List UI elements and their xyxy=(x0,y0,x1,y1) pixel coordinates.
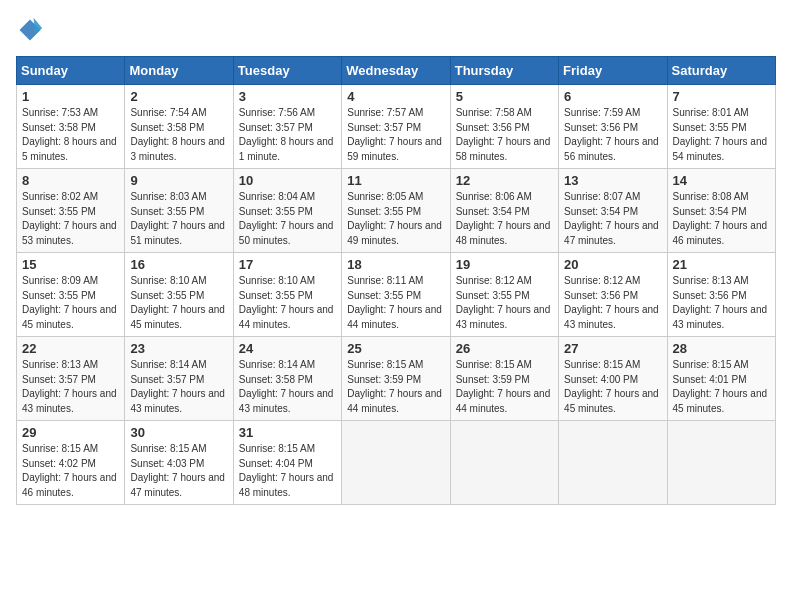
calendar-cell: 6 Sunrise: 7:59 AMSunset: 3:56 PMDayligh… xyxy=(559,85,667,169)
day-detail: Sunrise: 8:08 AMSunset: 3:54 PMDaylight:… xyxy=(673,190,770,248)
day-number: 18 xyxy=(347,257,444,272)
calendar-cell: 21 Sunrise: 8:13 AMSunset: 3:56 PMDaylig… xyxy=(667,253,775,337)
day-detail: Sunrise: 7:53 AMSunset: 3:58 PMDaylight:… xyxy=(22,106,119,164)
day-detail: Sunrise: 8:15 AMSunset: 4:03 PMDaylight:… xyxy=(130,442,227,500)
day-number: 1 xyxy=(22,89,119,104)
day-number: 10 xyxy=(239,173,336,188)
col-header-wednesday: Wednesday xyxy=(342,57,450,85)
calendar-cell: 8 Sunrise: 8:02 AMSunset: 3:55 PMDayligh… xyxy=(17,169,125,253)
calendar-cell: 31 Sunrise: 8:15 AMSunset: 4:04 PMDaylig… xyxy=(233,421,341,505)
calendar-week-row: 15 Sunrise: 8:09 AMSunset: 3:55 PMDaylig… xyxy=(17,253,776,337)
calendar-cell: 10 Sunrise: 8:04 AMSunset: 3:55 PMDaylig… xyxy=(233,169,341,253)
calendar-cell: 18 Sunrise: 8:11 AMSunset: 3:55 PMDaylig… xyxy=(342,253,450,337)
day-detail: Sunrise: 8:11 AMSunset: 3:55 PMDaylight:… xyxy=(347,274,444,332)
day-detail: Sunrise: 7:59 AMSunset: 3:56 PMDaylight:… xyxy=(564,106,661,164)
day-detail: Sunrise: 8:04 AMSunset: 3:55 PMDaylight:… xyxy=(239,190,336,248)
calendar-cell: 25 Sunrise: 8:15 AMSunset: 3:59 PMDaylig… xyxy=(342,337,450,421)
calendar-cell: 1 Sunrise: 7:53 AMSunset: 3:58 PMDayligh… xyxy=(17,85,125,169)
day-detail: Sunrise: 8:05 AMSunset: 3:55 PMDaylight:… xyxy=(347,190,444,248)
calendar-cell xyxy=(342,421,450,505)
day-number: 13 xyxy=(564,173,661,188)
day-detail: Sunrise: 8:15 AMSunset: 4:00 PMDaylight:… xyxy=(564,358,661,416)
day-detail: Sunrise: 8:12 AMSunset: 3:56 PMDaylight:… xyxy=(564,274,661,332)
day-number: 31 xyxy=(239,425,336,440)
col-header-tuesday: Tuesday xyxy=(233,57,341,85)
col-header-sunday: Sunday xyxy=(17,57,125,85)
calendar-cell: 13 Sunrise: 8:07 AMSunset: 3:54 PMDaylig… xyxy=(559,169,667,253)
day-number: 12 xyxy=(456,173,553,188)
day-detail: Sunrise: 8:06 AMSunset: 3:54 PMDaylight:… xyxy=(456,190,553,248)
logo xyxy=(16,16,48,44)
day-number: 24 xyxy=(239,341,336,356)
calendar-cell xyxy=(450,421,558,505)
calendar-cell xyxy=(559,421,667,505)
day-number: 2 xyxy=(130,89,227,104)
calendar-cell: 19 Sunrise: 8:12 AMSunset: 3:55 PMDaylig… xyxy=(450,253,558,337)
day-detail: Sunrise: 8:15 AMSunset: 4:02 PMDaylight:… xyxy=(22,442,119,500)
calendar-cell: 30 Sunrise: 8:15 AMSunset: 4:03 PMDaylig… xyxy=(125,421,233,505)
calendar-table: SundayMondayTuesdayWednesdayThursdayFrid… xyxy=(16,56,776,505)
calendar-cell: 12 Sunrise: 8:06 AMSunset: 3:54 PMDaylig… xyxy=(450,169,558,253)
calendar-cell: 16 Sunrise: 8:10 AMSunset: 3:55 PMDaylig… xyxy=(125,253,233,337)
day-number: 11 xyxy=(347,173,444,188)
day-detail: Sunrise: 8:09 AMSunset: 3:55 PMDaylight:… xyxy=(22,274,119,332)
day-number: 5 xyxy=(456,89,553,104)
day-number: 29 xyxy=(22,425,119,440)
day-detail: Sunrise: 8:03 AMSunset: 3:55 PMDaylight:… xyxy=(130,190,227,248)
calendar-cell: 27 Sunrise: 8:15 AMSunset: 4:00 PMDaylig… xyxy=(559,337,667,421)
col-header-saturday: Saturday xyxy=(667,57,775,85)
calendar-cell: 20 Sunrise: 8:12 AMSunset: 3:56 PMDaylig… xyxy=(559,253,667,337)
day-detail: Sunrise: 8:15 AMSunset: 3:59 PMDaylight:… xyxy=(347,358,444,416)
logo-icon xyxy=(16,16,44,44)
calendar-cell: 17 Sunrise: 8:10 AMSunset: 3:55 PMDaylig… xyxy=(233,253,341,337)
day-detail: Sunrise: 8:14 AMSunset: 3:57 PMDaylight:… xyxy=(130,358,227,416)
calendar-cell: 23 Sunrise: 8:14 AMSunset: 3:57 PMDaylig… xyxy=(125,337,233,421)
day-detail: Sunrise: 7:56 AMSunset: 3:57 PMDaylight:… xyxy=(239,106,336,164)
calendar-cell: 24 Sunrise: 8:14 AMSunset: 3:58 PMDaylig… xyxy=(233,337,341,421)
day-detail: Sunrise: 8:10 AMSunset: 3:55 PMDaylight:… xyxy=(239,274,336,332)
calendar-cell: 22 Sunrise: 8:13 AMSunset: 3:57 PMDaylig… xyxy=(17,337,125,421)
day-detail: Sunrise: 8:10 AMSunset: 3:55 PMDaylight:… xyxy=(130,274,227,332)
day-number: 9 xyxy=(130,173,227,188)
day-number: 22 xyxy=(22,341,119,356)
day-number: 4 xyxy=(347,89,444,104)
calendar-week-row: 22 Sunrise: 8:13 AMSunset: 3:57 PMDaylig… xyxy=(17,337,776,421)
day-detail: Sunrise: 8:15 AMSunset: 3:59 PMDaylight:… xyxy=(456,358,553,416)
day-number: 20 xyxy=(564,257,661,272)
day-number: 21 xyxy=(673,257,770,272)
day-number: 3 xyxy=(239,89,336,104)
day-detail: Sunrise: 7:57 AMSunset: 3:57 PMDaylight:… xyxy=(347,106,444,164)
day-number: 23 xyxy=(130,341,227,356)
day-detail: Sunrise: 8:13 AMSunset: 3:57 PMDaylight:… xyxy=(22,358,119,416)
col-header-thursday: Thursday xyxy=(450,57,558,85)
calendar-cell xyxy=(667,421,775,505)
day-detail: Sunrise: 8:01 AMSunset: 3:55 PMDaylight:… xyxy=(673,106,770,164)
calendar-cell: 29 Sunrise: 8:15 AMSunset: 4:02 PMDaylig… xyxy=(17,421,125,505)
day-number: 25 xyxy=(347,341,444,356)
calendar-week-row: 29 Sunrise: 8:15 AMSunset: 4:02 PMDaylig… xyxy=(17,421,776,505)
calendar-cell: 7 Sunrise: 8:01 AMSunset: 3:55 PMDayligh… xyxy=(667,85,775,169)
calendar-cell: 28 Sunrise: 8:15 AMSunset: 4:01 PMDaylig… xyxy=(667,337,775,421)
day-number: 30 xyxy=(130,425,227,440)
day-detail: Sunrise: 8:02 AMSunset: 3:55 PMDaylight:… xyxy=(22,190,119,248)
day-number: 8 xyxy=(22,173,119,188)
calendar-week-row: 8 Sunrise: 8:02 AMSunset: 3:55 PMDayligh… xyxy=(17,169,776,253)
day-detail: Sunrise: 8:15 AMSunset: 4:04 PMDaylight:… xyxy=(239,442,336,500)
calendar-header-row: SundayMondayTuesdayWednesdayThursdayFrid… xyxy=(17,57,776,85)
day-number: 16 xyxy=(130,257,227,272)
calendar-cell: 4 Sunrise: 7:57 AMSunset: 3:57 PMDayligh… xyxy=(342,85,450,169)
day-number: 14 xyxy=(673,173,770,188)
day-number: 15 xyxy=(22,257,119,272)
day-detail: Sunrise: 8:13 AMSunset: 3:56 PMDaylight:… xyxy=(673,274,770,332)
calendar-cell: 14 Sunrise: 8:08 AMSunset: 3:54 PMDaylig… xyxy=(667,169,775,253)
day-number: 19 xyxy=(456,257,553,272)
day-number: 6 xyxy=(564,89,661,104)
day-detail: Sunrise: 7:58 AMSunset: 3:56 PMDaylight:… xyxy=(456,106,553,164)
calendar-cell: 3 Sunrise: 7:56 AMSunset: 3:57 PMDayligh… xyxy=(233,85,341,169)
col-header-monday: Monday xyxy=(125,57,233,85)
day-number: 7 xyxy=(673,89,770,104)
day-detail: Sunrise: 8:14 AMSunset: 3:58 PMDaylight:… xyxy=(239,358,336,416)
calendar-cell: 15 Sunrise: 8:09 AMSunset: 3:55 PMDaylig… xyxy=(17,253,125,337)
day-number: 17 xyxy=(239,257,336,272)
calendar-cell: 26 Sunrise: 8:15 AMSunset: 3:59 PMDaylig… xyxy=(450,337,558,421)
